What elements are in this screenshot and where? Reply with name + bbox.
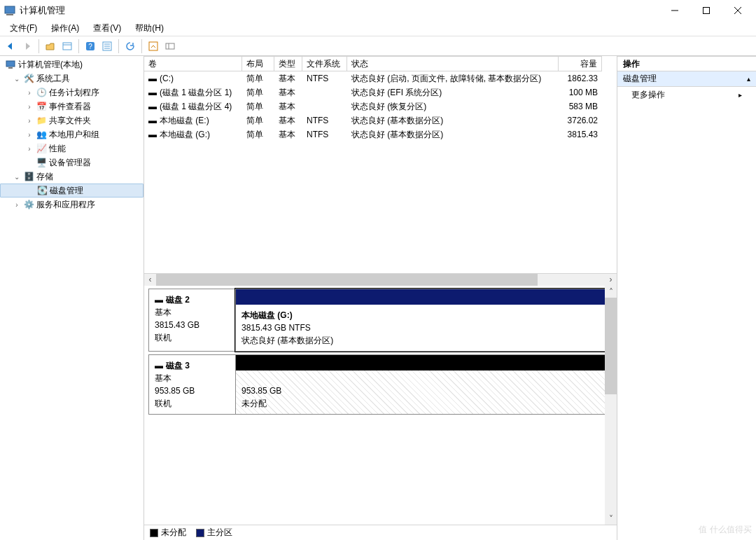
partition-body: 953.85 GB 未分配 [236,371,612,414]
svg-rect-1 [6,14,13,15]
tree-services[interactable]: › ⚙️ 服务和应用程序 [0,198,144,212]
drive-icon: ▬ [148,74,157,83]
cell-status: 状态良好 (启动, 页面文件, 故障转储, 基本数据分区) [347,71,559,85]
forward-button[interactable] [20,39,35,54]
col-fs[interactable]: 文件系统 [302,56,347,71]
scroll-right-button[interactable]: › [605,274,617,286]
cell-type: 基本 [274,113,302,127]
volume-header-row: 卷 布局 类型 文件系统 状态 容量 [144,56,617,71]
table-row[interactable]: ▬本地磁盘 (G:)简单基本NTFS状态良好 (基本数据分区)3815.43 [144,127,617,141]
disk-partition[interactable]: 953.85 GB 未分配 [235,354,612,415]
tree-event-viewer[interactable]: › 📅 事件查看器 [0,99,144,113]
table-row[interactable]: ▬(磁盘 1 磁盘分区 1)简单基本状态良好 (EFI 系统分区)100 MB [144,85,617,99]
horizontal-scrollbar[interactable]: ‹ › [144,273,617,285]
tree-label: 事件查看器 [49,101,91,113]
close-button[interactable] [722,0,753,21]
tree-users[interactable]: › 👥 本地用户和组 [0,127,144,141]
menu-view[interactable]: 查看(V) [86,21,128,36]
menu-help[interactable]: 帮助(H) [128,21,171,36]
scroll-left-button[interactable]: ‹ [144,274,156,286]
refresh-button[interactable] [122,39,138,54]
minimize-button[interactable] [659,0,690,21]
collapse-icon[interactable]: ⌄ [13,173,21,181]
disk-row[interactable]: ▬磁盘 2 基本 3815.43 GB 联机 本地磁盘 (G:) 3815.43… [148,289,612,352]
partition-size: 953.85 GB [241,385,606,397]
partition-name: 本地磁盘 (G:) [241,309,606,321]
caret-right-icon: ▸ [738,91,742,99]
tools-icon: 🛠️ [23,73,34,84]
col-volume[interactable]: 卷 [144,56,242,71]
tree-label: 磁盘管理 [50,185,83,197]
svg-rect-18 [8,67,13,69]
expand-icon[interactable]: › [25,131,34,139]
maximize-button[interactable] [690,0,722,21]
tree-system-tools[interactable]: ⌄ 🛠️ 系统工具 [0,71,144,85]
actions-section[interactable]: 磁盘管理 ▴ [617,71,756,87]
expand-icon[interactable]: › [25,89,34,97]
event-icon: 📅 [36,101,47,112]
expand-icon[interactable]: › [25,145,34,153]
cell-layout: 简单 [242,71,274,85]
list-button[interactable] [162,39,178,54]
cell-capacity: 3815.43 [559,127,602,141]
actions-more[interactable]: 更多操作 ▸ [617,87,756,102]
table-row[interactable]: ▬(C:)简单基本NTFS状态良好 (启动, 页面文件, 故障转储, 基本数据分… [144,71,617,85]
cell-capacity: 100 MB [559,85,602,99]
tree-storage[interactable]: ⌄ 🗄️ 存储 [0,169,144,184]
expand-icon[interactable]: › [13,201,21,209]
properties-button[interactable] [99,39,115,54]
disk-map: ▬磁盘 2 基本 3815.43 GB 联机 本地磁盘 (G:) 3815.43… [144,286,617,525]
settings-button[interactable] [146,39,161,54]
show-hide-button[interactable] [59,39,75,54]
scroll-track[interactable] [605,298,617,513]
expand-icon[interactable]: › [25,103,34,111]
disk-type: 基本 [155,372,230,385]
back-button[interactable] [3,39,18,54]
disk-drive-icon: ▬ [155,361,163,371]
collapse-icon[interactable]: ⌄ [13,75,21,83]
tree-task-scheduler[interactable]: › 🕒 任务计划程序 [0,85,144,99]
disk-meta[interactable]: ▬磁盘 2 基本 3815.43 GB 联机 [148,289,235,352]
col-capacity[interactable]: 容量 [559,56,602,71]
tree-root[interactable]: 计算机管理(本地) [0,57,144,71]
col-status[interactable]: 状态 [347,56,559,71]
watermark: 值 什么值得买 [699,524,752,536]
disk-meta[interactable]: ▬磁盘 3 基本 953.85 GB 联机 [148,354,235,415]
actions-pane: 操作 磁盘管理 ▴ 更多操作 ▸ [617,56,756,540]
svg-rect-0 [5,6,15,13]
titlebar: 计算机管理 [0,0,756,21]
table-row[interactable]: ▬本地磁盘 (E:)简单基本NTFS状态良好 (基本数据分区)3726.02 [144,113,617,127]
services-icon: ⚙️ [23,199,34,210]
storage-icon: 🗄️ [23,171,34,182]
cell-capacity: 583 MB [559,99,602,113]
help-button[interactable]: ? [83,39,98,54]
tree-disk-management[interactable]: 💽 磁盘管理 [0,184,144,198]
col-layout[interactable]: 布局 [242,56,274,71]
vertical-scrollbar[interactable]: ˄ ˅ [605,286,617,525]
table-row[interactable]: ▬(磁盘 1 磁盘分区 4)简单基本状态良好 (恢复分区)583 MB [144,99,617,113]
navigation-tree[interactable]: 计算机管理(本地) ⌄ 🛠️ 系统工具 › 🕒 任务计划程序 › 📅 事件查看器… [0,56,144,540]
tree-shared-folders[interactable]: › 📁 共享文件夹 [0,113,144,127]
volume-table[interactable]: 卷 布局 类型 文件系统 状态 容量 ▬(C:)简单基本NTFS状态良好 (启动… [144,56,617,273]
cell-volume: ▬(磁盘 1 磁盘分区 1) [144,85,242,99]
up-folder-button[interactable] [43,39,58,54]
scroll-track[interactable] [156,274,605,286]
disk-row[interactable]: ▬磁盘 3 基本 953.85 GB 联机 953.85 GB 未分配 [148,354,612,415]
scroll-up-button[interactable]: ˄ [605,286,617,298]
tree-performance[interactable]: › 📈 性能 [0,141,144,155]
menu-action[interactable]: 操作(A) [44,21,86,36]
scroll-thumb[interactable] [156,274,538,286]
disk-partition[interactable]: 本地磁盘 (G:) 3815.43 GB NTFS 状态良好 (基本数据分区) [235,289,612,352]
svg-rect-15 [166,43,174,49]
cell-capacity: 3726.02 [559,113,602,127]
disk-title: 磁盘 3 [166,361,190,371]
expand-icon[interactable]: › [25,117,34,125]
col-type[interactable]: 类型 [274,56,302,71]
scroll-thumb[interactable] [605,298,617,394]
tree-label: 性能 [49,143,66,155]
cell-type: 基本 [274,99,302,113]
scroll-down-button[interactable]: ˅ [605,513,617,525]
menu-file[interactable]: 文件(F) [3,21,44,36]
tree-label: 设备管理器 [49,157,91,169]
tree-device-manager[interactable]: 🖥️ 设备管理器 [0,155,144,169]
